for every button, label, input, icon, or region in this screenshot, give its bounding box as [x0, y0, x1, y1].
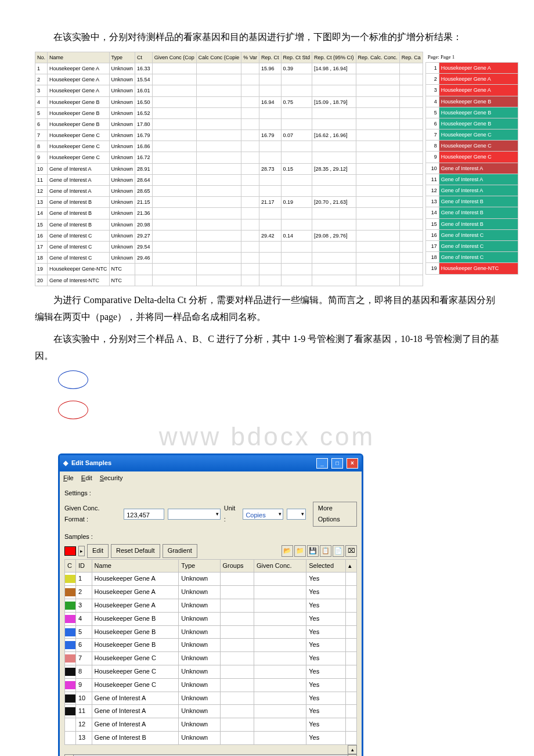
- results-col-header: Calc Conc (Copie: [196, 52, 241, 63]
- grid-col-header[interactable]: ID: [76, 559, 92, 573]
- open-icon[interactable]: 📂: [282, 545, 293, 557]
- results-row: 14Gene of Interest BUnknown21.36: [35, 208, 423, 219]
- paragraph-3: 在该实验中，分别对三个样品 A、B、C 进行了分析，其中 1-9 号管检测了看家…: [35, 331, 499, 365]
- row-color-swatch: [65, 721, 75, 729]
- given-conc-format-dropdown[interactable]: [168, 509, 221, 520]
- grid-row[interactable]: 8Housekeeper Gene CUnknownYes: [65, 665, 357, 679]
- unit-label: Unit :: [224, 503, 237, 526]
- unit-dropdown2[interactable]: [287, 509, 305, 520]
- results-col-header: Type: [109, 52, 135, 63]
- samples-grid[interactable]: CIDNameTypeGroupsGiven Conc.Selected▴ 1H…: [64, 559, 357, 745]
- page-list-row: 19Housekeeper Gene-NTC: [425, 263, 518, 274]
- color-swatch[interactable]: [64, 546, 76, 556]
- results-col-header: % Var: [241, 52, 259, 63]
- grid-col-header[interactable]: Given Conc.: [254, 559, 306, 573]
- ellipse-annotations: [58, 370, 499, 419]
- row-color-swatch: [65, 628, 75, 636]
- grid-row[interactable]: 11Gene of Interest AUnknownYes: [65, 705, 357, 718]
- settings-section: Settings : Given Conc. Format : 123,457 …: [60, 485, 362, 529]
- grid-row[interactable]: 3Housekeeper Gene AUnknownYes: [65, 599, 357, 613]
- reset-default-button[interactable]: Reset Default: [111, 544, 160, 558]
- page-list: 1Housekeeper Gene A2Housekeeper Gene A3H…: [425, 62, 518, 275]
- grid-col-header[interactable]: Groups: [220, 559, 254, 573]
- edit-button[interactable]: Edit: [87, 544, 109, 558]
- menu-edit[interactable]: Edit: [81, 474, 92, 481]
- save-icon[interactable]: 💾: [307, 545, 319, 557]
- grid-row[interactable]: 4Housekeeper Gene BUnknownYes: [65, 612, 357, 625]
- grid-row[interactable]: 7Housekeeper Gene CUnknownYes: [65, 652, 357, 665]
- results-row: 5Housekeeper Gene BUnknown16.52: [35, 107, 423, 118]
- results-row: 11Gene of Interest AUnknown28.64: [35, 174, 423, 185]
- row-color-swatch: [65, 602, 75, 610]
- folder-icon[interactable]: 📁: [294, 545, 306, 557]
- paragraph-2: 为进行 Comparative Delta-delta Ct 分析，需要对样品进…: [35, 292, 499, 326]
- page-panel: Page: Page 1 1Housekeeper Gene A2Houseke…: [425, 52, 518, 275]
- page-list-row: 8Housekeeper Gene C: [425, 141, 518, 152]
- page-list-row: 4Housekeeper Gene B: [425, 96, 518, 107]
- page-list-row: 3Housekeeper Gene A: [425, 85, 518, 96]
- samples-toolbar: ▸ Edit Reset Default Gradient 📂 📁 💾 📋 📄 …: [60, 543, 362, 559]
- results-col-header: Rep. Ct Std: [281, 52, 312, 63]
- grid-row[interactable]: 9Housekeeper Gene CUnknownYes: [65, 678, 357, 692]
- grid-scroll-up-header[interactable]: ▴: [345, 559, 357, 573]
- grid-row[interactable]: 10Gene of Interest AUnknownYes: [65, 692, 357, 705]
- results-row: 8Housekeeper Gene CUnknown16.86: [35, 141, 423, 152]
- paste-icon[interactable]: 📄: [333, 545, 344, 557]
- results-row: 7Housekeeper Gene CUnknown16.7916.790.07…: [35, 130, 423, 141]
- results-row: 16Gene of Interest CUnknown29.2729.420.1…: [35, 230, 423, 241]
- settings-label: Settings :: [64, 488, 357, 499]
- row-color-swatch: [65, 641, 75, 649]
- results-row: 18Gene of Interest CUnknown29.46: [35, 253, 423, 264]
- window-title: Edit Samples: [71, 458, 111, 469]
- results-row: 3Housekeeper Gene AUnknown16.01: [35, 85, 423, 96]
- grid-col-header[interactable]: Selected: [306, 559, 345, 573]
- ellipse-blue: [58, 370, 88, 389]
- gradient-button[interactable]: Gradient: [163, 544, 197, 558]
- color-swatch-arrow[interactable]: ▸: [78, 546, 85, 556]
- row-color-swatch: [65, 588, 75, 596]
- grid-col-header[interactable]: Type: [179, 559, 220, 573]
- results-row: 17Gene of Interest CUnknown29.54: [35, 241, 423, 252]
- page-list-row: 5Housekeeper Gene B: [425, 107, 518, 118]
- unit-dropdown[interactable]: Copies: [243, 509, 283, 520]
- grid-row[interactable]: 6Housekeeper Gene BUnknownYes: [65, 639, 357, 652]
- results-col-header: No.: [35, 52, 48, 63]
- menubar: FFileile Edit Security: [60, 471, 362, 485]
- page-list-row: 13Gene of Interest B: [425, 196, 518, 207]
- copy-icon[interactable]: 📋: [320, 545, 331, 557]
- results-col-header: Ct: [135, 52, 153, 63]
- page-list-row: 1Housekeeper Gene A: [425, 62, 518, 73]
- menu-security[interactable]: Security: [100, 474, 123, 481]
- grid-col-header[interactable]: Name: [92, 559, 179, 573]
- menu-file[interactable]: FFileile: [63, 474, 74, 481]
- row-color-swatch: [65, 615, 75, 623]
- results-col-header: Rep. Ca: [399, 52, 423, 63]
- grid-row[interactable]: 5Housekeeper Gene BUnknownYes: [65, 625, 357, 639]
- app-icon: ◆: [63, 458, 68, 469]
- grid-scroll-up[interactable]: ▴: [348, 745, 357, 754]
- samples-section-label: Samples :: [60, 529, 362, 543]
- grid-row[interactable]: 2Housekeeper Gene AUnknownYes: [65, 586, 357, 599]
- excel-icon[interactable]: ⌧: [345, 545, 357, 557]
- row-color-swatch: [65, 734, 75, 742]
- page-list-row: 15Gene of Interest B: [425, 218, 518, 229]
- page-list-row: 2Housekeeper Gene A: [425, 74, 518, 85]
- grid-col-header[interactable]: C: [65, 559, 76, 573]
- minimize-button[interactable]: _: [316, 458, 328, 469]
- page-list-row: 6Housekeeper Gene B: [425, 118, 518, 129]
- grid-row[interactable]: 12Gene of Interest AUnknownYes: [65, 718, 357, 732]
- page-list-row: 18Gene of Interest C: [425, 252, 518, 263]
- results-row: 1Housekeeper Gene AUnknown16.3315.960.39…: [35, 63, 423, 74]
- row-color-swatch: [65, 694, 75, 703]
- page-list-row: 14Gene of Interest B: [425, 207, 518, 218]
- more-options-button[interactable]: More Options: [313, 502, 357, 527]
- results-figure: No.NameTypeCtGiven Conc (CopCalc Conc (C…: [35, 52, 499, 286]
- results-col-header: Rep. Calc. Conc.: [356, 52, 399, 63]
- grid-row[interactable]: 13Gene of Interest BUnknownYes: [65, 732, 357, 745]
- watermark: www bdocx com: [35, 413, 499, 459]
- grid-row[interactable]: 1Housekeeper Gene AUnknownYes: [65, 573, 357, 586]
- close-button[interactable]: ×: [347, 458, 358, 469]
- maximize-button[interactable]: □: [331, 458, 343, 469]
- page-list-row: 9Housekeeper Gene C: [425, 152, 518, 163]
- given-conc-format-input[interactable]: 123,457: [124, 509, 164, 520]
